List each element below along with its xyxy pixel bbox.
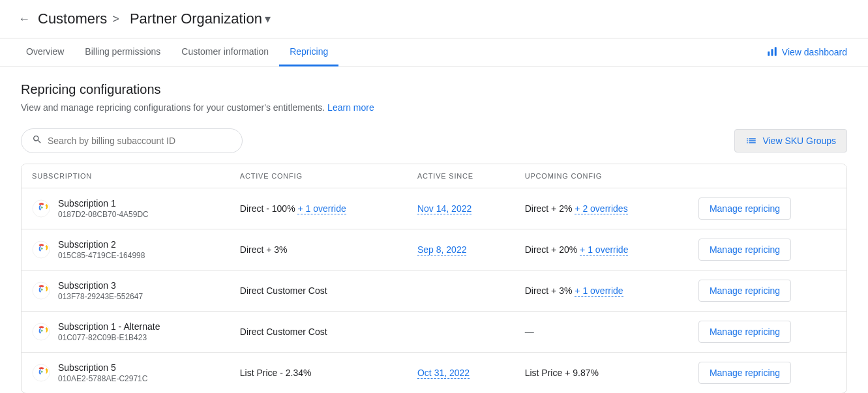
active-config-text: Direct Customer Cost — [240, 285, 327, 296]
subscription-id: 01C077-82C09B-E1B423 — [58, 333, 160, 342]
upcoming-config-cell: — — [515, 312, 688, 353]
col-subscription: SUBSCRIPTION — [22, 164, 230, 188]
table-header-row: SUBSCRIPTION ACTIVE CONFIG ACTIVE SINCE … — [22, 164, 846, 188]
subscription-name: Subscription 2 — [58, 239, 145, 250]
active-since-cell: Oct 31, 2022 — [407, 353, 515, 394]
action-cell: Manage repricing — [688, 229, 846, 270]
subscription-name: Subscription 1 — [58, 198, 149, 209]
manage-repricing-button[interactable]: Manage repricing — [698, 362, 791, 384]
dropdown-arrow-icon: ▾ — [265, 12, 271, 26]
manage-repricing-button[interactable]: Manage repricing — [698, 280, 791, 302]
subscription-id: 013F78-29243E-552647 — [58, 292, 143, 301]
manage-repricing-button[interactable]: Manage repricing — [698, 197, 791, 220]
tab-customer-info[interactable]: Customer information — [171, 38, 279, 66]
active-config-cell: Direct Customer Cost — [230, 312, 407, 353]
breadcrumb-customers: Customers — [38, 10, 107, 27]
subscription-name: Subscription 5 — [58, 362, 147, 373]
repricing-table: SUBSCRIPTION ACTIVE CONFIG ACTIVE SINCE … — [21, 164, 847, 393]
active-config-text: Direct - 100% — [240, 203, 295, 214]
table-row: Subscription 1 0187D2-08CB70-4A59DC Dire… — [22, 188, 846, 229]
view-dashboard-button[interactable]: View dashboard — [761, 44, 852, 60]
org-dropdown[interactable]: Partner Organization ▾ — [125, 8, 276, 30]
active-config-link[interactable]: + 1 override — [297, 203, 346, 214]
manage-repricing-button[interactable]: Manage repricing — [698, 321, 791, 343]
action-cell: Manage repricing — [688, 312, 846, 353]
active-since-cell — [407, 270, 515, 312]
upcoming-config-cell: Direct + 2% + 2 overrides — [515, 188, 688, 229]
tab-billing[interactable]: Billing permissions — [74, 38, 171, 66]
chart-icon — [766, 47, 778, 57]
subscription-id: 015C85-4719CE-164998 — [58, 251, 145, 260]
subscription-cell: Subscription 1 - Alternate 01C077-82C09B… — [22, 312, 230, 353]
subscription-id: 0187D2-08CB70-4A59DC — [58, 210, 149, 219]
header: ← Customers > Partner Organization ▾ — [0, 0, 868, 38]
upcoming-config-link[interactable]: + 2 overrides — [575, 203, 627, 214]
subscription-cell: Subscription 3 013F78-29243E-552647 — [22, 270, 230, 312]
svg-rect-1 — [771, 49, 773, 56]
active-config-cell: Direct - 100% + 1 override — [230, 188, 407, 229]
page-description: View and manage repricing configurations… — [21, 102, 847, 113]
active-config-cell: Direct + 3% — [230, 229, 407, 270]
col-active-since: ACTIVE SINCE — [407, 164, 515, 188]
upcoming-config-cell: List Price + 9.87% — [515, 353, 688, 394]
subscription-cell: Subscription 2 015C85-4719CE-164998 — [22, 229, 230, 270]
col-active-config: ACTIVE CONFIG — [230, 164, 407, 188]
active-since-link[interactable]: Oct 31, 2022 — [417, 368, 470, 379]
subscription-cell: Subscription 1 0187D2-08CB70-4A59DC — [22, 188, 230, 229]
active-since-link[interactable]: Nov 14, 2022 — [417, 203, 471, 214]
upcoming-dash: — — [525, 327, 534, 337]
subscription-name: Subscription 1 - Alternate — [58, 321, 160, 332]
manage-repricing-button[interactable]: Manage repricing — [698, 239, 791, 261]
sku-groups-button[interactable]: View SKU Groups — [734, 129, 847, 153]
active-config-cell: Direct Customer Cost — [230, 270, 407, 312]
active-since-cell — [407, 312, 515, 353]
learn-more-link[interactable]: Learn more — [327, 102, 374, 113]
table-row: Subscription 1 - Alternate 01C077-82C09B… — [22, 312, 846, 353]
upcoming-config-link[interactable]: + 1 override — [575, 285, 623, 297]
main-content: Repricing configurations View and manage… — [0, 66, 868, 393]
subscription-cell: Subscription 5 010AE2-5788AE-C2971C — [22, 353, 230, 394]
subscription-id: 010AE2-5788AE-C2971C — [58, 374, 147, 383]
col-upcoming-config: UPCOMING CONFIG — [515, 164, 688, 188]
action-cell: Manage repricing — [688, 270, 846, 312]
upcoming-config-text: Direct + 3% — [525, 285, 573, 296]
active-config-text: Direct Customer Cost — [240, 327, 327, 337]
search-icon — [32, 134, 42, 147]
page-title: Repricing configurations — [21, 82, 847, 97]
upcoming-config-link[interactable]: + 1 override — [580, 244, 628, 255]
tab-overview[interactable]: Overview — [16, 38, 74, 66]
active-config-text: List Price - 2.34% — [240, 368, 312, 378]
sku-groups-label: View SKU Groups — [762, 136, 836, 146]
upcoming-config-cell: Direct + 20% + 1 override — [515, 229, 688, 270]
active-config-text: Direct + 3% — [240, 244, 288, 255]
back-button[interactable]: ← — [16, 10, 33, 29]
search-input[interactable] — [48, 136, 232, 146]
upcoming-config-cell: Direct + 3% + 1 override — [515, 270, 688, 312]
upcoming-config-text: List Price + 9.87% — [525, 368, 599, 378]
subscription-name: Subscription 3 — [58, 280, 143, 291]
table-row: Subscription 5 010AE2-5788AE-C2971C List… — [22, 353, 846, 394]
search-box — [21, 128, 243, 153]
table-row: Subscription 2 015C85-4719CE-164998 Dire… — [22, 229, 846, 270]
svg-rect-0 — [768, 51, 770, 56]
active-config-cell: List Price - 2.34% — [230, 353, 407, 394]
action-cell: Manage repricing — [688, 188, 846, 229]
table-row: Subscription 3 013F78-29243E-552647 Dire… — [22, 270, 846, 312]
view-dashboard-label: View dashboard — [782, 47, 847, 57]
upcoming-config-text: Direct + 2% — [525, 203, 573, 214]
active-since-link[interactable]: Sep 8, 2022 — [417, 244, 467, 255]
action-cell: Manage repricing — [688, 353, 846, 394]
org-name: Partner Organization — [130, 10, 262, 27]
active-since-cell: Sep 8, 2022 — [407, 229, 515, 270]
col-actions — [688, 164, 846, 188]
upcoming-config-text: Direct + 20% — [525, 244, 578, 255]
tab-repricing[interactable]: Repricing — [279, 38, 338, 66]
search-row: View SKU Groups — [21, 128, 847, 153]
breadcrumb-separator: > — [112, 12, 119, 26]
tabs-bar: Overview Billing permissions Customer in… — [0, 38, 868, 66]
active-since-cell: Nov 14, 2022 — [407, 188, 515, 229]
svg-rect-2 — [775, 47, 777, 56]
